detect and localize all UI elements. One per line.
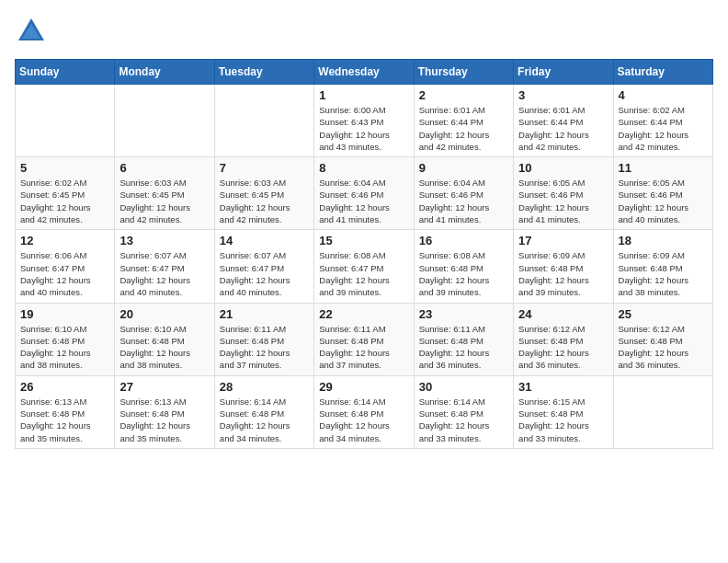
col-header-sunday: Sunday	[16, 60, 115, 85]
day-info: Sunrise: 6:02 AM Sunset: 6:44 PM Dayligh…	[619, 104, 708, 153]
day-number: 13	[119, 234, 209, 247]
day-cell: 16Sunrise: 6:08 AM Sunset: 6:48 PM Dayli…	[414, 230, 513, 303]
day-number: 27	[119, 380, 209, 394]
day-cell: 26Sunrise: 6:13 AM Sunset: 6:48 PM Dayli…	[16, 375, 115, 448]
day-number: 31	[518, 380, 608, 394]
day-number: 3	[518, 88, 608, 102]
day-cell: 29Sunrise: 6:14 AM Sunset: 6:48 PM Dayli…	[314, 375, 414, 448]
day-info: Sunrise: 6:08 AM Sunset: 6:48 PM Dayligh…	[419, 249, 508, 298]
day-number: 17	[518, 234, 608, 247]
col-header-monday: Monday	[115, 60, 214, 85]
day-info: Sunrise: 6:02 AM Sunset: 6:45 PM Dayligh…	[20, 177, 109, 225]
day-cell: 4Sunrise: 6:02 AM Sunset: 6:44 PM Daylig…	[613, 85, 712, 157]
day-cell	[115, 85, 214, 157]
day-info: Sunrise: 6:05 AM Sunset: 6:46 PM Dayligh…	[619, 177, 708, 225]
day-info: Sunrise: 6:11 AM Sunset: 6:48 PM Dayligh…	[319, 323, 408, 372]
day-info: Sunrise: 6:08 AM Sunset: 6:47 PM Dayligh…	[319, 249, 408, 298]
day-number: 8	[319, 161, 408, 175]
day-number: 1	[319, 88, 408, 102]
day-number: 11	[619, 161, 708, 175]
logo	[15, 15, 51, 48]
week-row-5: 26Sunrise: 6:13 AM Sunset: 6:48 PM Dayli…	[16, 375, 713, 448]
day-number: 16	[419, 234, 508, 247]
day-number: 7	[220, 161, 309, 175]
day-cell: 6Sunrise: 6:03 AM Sunset: 6:45 PM Daylig…	[115, 157, 214, 230]
day-cell	[214, 85, 313, 157]
day-cell: 30Sunrise: 6:14 AM Sunset: 6:48 PM Dayli…	[414, 375, 513, 448]
day-number: 15	[319, 234, 408, 247]
col-header-friday: Friday	[514, 60, 613, 85]
day-cell: 10Sunrise: 6:05 AM Sunset: 6:46 PM Dayli…	[514, 157, 613, 230]
day-info: Sunrise: 6:10 AM Sunset: 6:48 PM Dayligh…	[119, 323, 209, 372]
day-cell: 9Sunrise: 6:04 AM Sunset: 6:46 PM Daylig…	[414, 157, 513, 230]
day-info: Sunrise: 6:12 AM Sunset: 6:48 PM Dayligh…	[518, 323, 608, 372]
day-cell: 14Sunrise: 6:07 AM Sunset: 6:47 PM Dayli…	[214, 230, 313, 303]
day-info: Sunrise: 6:14 AM Sunset: 6:48 PM Dayligh…	[220, 396, 309, 444]
day-number: 29	[319, 380, 408, 394]
day-cell: 12Sunrise: 6:06 AM Sunset: 6:47 PM Dayli…	[16, 230, 115, 303]
day-cell: 18Sunrise: 6:09 AM Sunset: 6:48 PM Dayli…	[613, 230, 712, 303]
col-header-tuesday: Tuesday	[214, 60, 313, 85]
calendar-header-row: SundayMondayTuesdayWednesdayThursdayFrid…	[16, 60, 713, 85]
day-number: 30	[419, 380, 508, 394]
day-cell: 28Sunrise: 6:14 AM Sunset: 6:48 PM Dayli…	[214, 375, 313, 448]
day-number: 18	[619, 234, 708, 247]
day-number: 22	[319, 307, 408, 321]
day-number: 21	[220, 307, 309, 321]
col-header-thursday: Thursday	[414, 60, 513, 85]
day-info: Sunrise: 6:07 AM Sunset: 6:47 PM Dayligh…	[220, 249, 309, 298]
day-cell	[16, 85, 115, 157]
day-number: 10	[518, 161, 608, 175]
day-info: Sunrise: 6:01 AM Sunset: 6:44 PM Dayligh…	[419, 104, 508, 153]
day-cell: 19Sunrise: 6:10 AM Sunset: 6:48 PM Dayli…	[16, 303, 115, 375]
day-cell: 31Sunrise: 6:15 AM Sunset: 6:48 PM Dayli…	[514, 375, 613, 448]
day-cell: 23Sunrise: 6:11 AM Sunset: 6:48 PM Dayli…	[414, 303, 513, 375]
day-cell: 24Sunrise: 6:12 AM Sunset: 6:48 PM Dayli…	[514, 303, 613, 375]
day-info: Sunrise: 6:05 AM Sunset: 6:46 PM Dayligh…	[518, 177, 608, 225]
day-info: Sunrise: 6:06 AM Sunset: 6:47 PM Dayligh…	[20, 249, 109, 298]
day-info: Sunrise: 6:00 AM Sunset: 6:43 PM Dayligh…	[319, 104, 408, 153]
day-number: 9	[419, 161, 508, 175]
day-number: 23	[419, 307, 508, 321]
day-info: Sunrise: 6:15 AM Sunset: 6:48 PM Dayligh…	[518, 396, 608, 444]
day-cell: 22Sunrise: 6:11 AM Sunset: 6:48 PM Dayli…	[314, 303, 414, 375]
day-info: Sunrise: 6:14 AM Sunset: 6:48 PM Dayligh…	[419, 396, 508, 444]
day-number: 5	[20, 161, 109, 175]
day-info: Sunrise: 6:09 AM Sunset: 6:48 PM Dayligh…	[619, 249, 708, 298]
day-info: Sunrise: 6:10 AM Sunset: 6:48 PM Dayligh…	[20, 323, 109, 372]
day-number: 20	[119, 307, 209, 321]
day-cell: 5Sunrise: 6:02 AM Sunset: 6:45 PM Daylig…	[16, 157, 115, 230]
day-number: 24	[518, 307, 608, 321]
day-info: Sunrise: 6:11 AM Sunset: 6:48 PM Dayligh…	[419, 323, 508, 372]
day-cell: 1Sunrise: 6:00 AM Sunset: 6:43 PM Daylig…	[314, 85, 414, 157]
col-header-saturday: Saturday	[613, 60, 712, 85]
day-cell: 2Sunrise: 6:01 AM Sunset: 6:44 PM Daylig…	[414, 85, 513, 157]
logo-icon	[15, 15, 48, 48]
day-cell: 11Sunrise: 6:05 AM Sunset: 6:46 PM Dayli…	[613, 157, 712, 230]
day-info: Sunrise: 6:12 AM Sunset: 6:48 PM Dayligh…	[619, 323, 708, 372]
day-number: 25	[619, 307, 708, 321]
page-header	[15, 15, 713, 48]
day-cell: 8Sunrise: 6:04 AM Sunset: 6:46 PM Daylig…	[314, 157, 414, 230]
day-info: Sunrise: 6:04 AM Sunset: 6:46 PM Dayligh…	[419, 177, 508, 225]
day-info: Sunrise: 6:01 AM Sunset: 6:44 PM Dayligh…	[518, 104, 608, 153]
day-info: Sunrise: 6:03 AM Sunset: 6:45 PM Dayligh…	[119, 177, 209, 225]
day-number: 6	[119, 161, 209, 175]
day-cell: 7Sunrise: 6:03 AM Sunset: 6:45 PM Daylig…	[214, 157, 313, 230]
day-number: 28	[220, 380, 309, 394]
day-info: Sunrise: 6:13 AM Sunset: 6:48 PM Dayligh…	[20, 396, 109, 444]
day-number: 14	[220, 234, 309, 247]
day-info: Sunrise: 6:09 AM Sunset: 6:48 PM Dayligh…	[518, 249, 608, 298]
day-cell	[613, 375, 712, 448]
week-row-3: 12Sunrise: 6:06 AM Sunset: 6:47 PM Dayli…	[16, 230, 713, 303]
day-info: Sunrise: 6:14 AM Sunset: 6:48 PM Dayligh…	[319, 396, 408, 444]
week-row-2: 5Sunrise: 6:02 AM Sunset: 6:45 PM Daylig…	[16, 157, 713, 230]
week-row-1: 1Sunrise: 6:00 AM Sunset: 6:43 PM Daylig…	[16, 85, 713, 157]
day-cell: 21Sunrise: 6:11 AM Sunset: 6:48 PM Dayli…	[214, 303, 313, 375]
day-number: 26	[20, 380, 109, 394]
day-cell: 3Sunrise: 6:01 AM Sunset: 6:44 PM Daylig…	[514, 85, 613, 157]
day-info: Sunrise: 6:07 AM Sunset: 6:47 PM Dayligh…	[119, 249, 209, 298]
day-cell: 20Sunrise: 6:10 AM Sunset: 6:48 PM Dayli…	[115, 303, 214, 375]
day-info: Sunrise: 6:04 AM Sunset: 6:46 PM Dayligh…	[319, 177, 408, 225]
day-number: 19	[20, 307, 109, 321]
